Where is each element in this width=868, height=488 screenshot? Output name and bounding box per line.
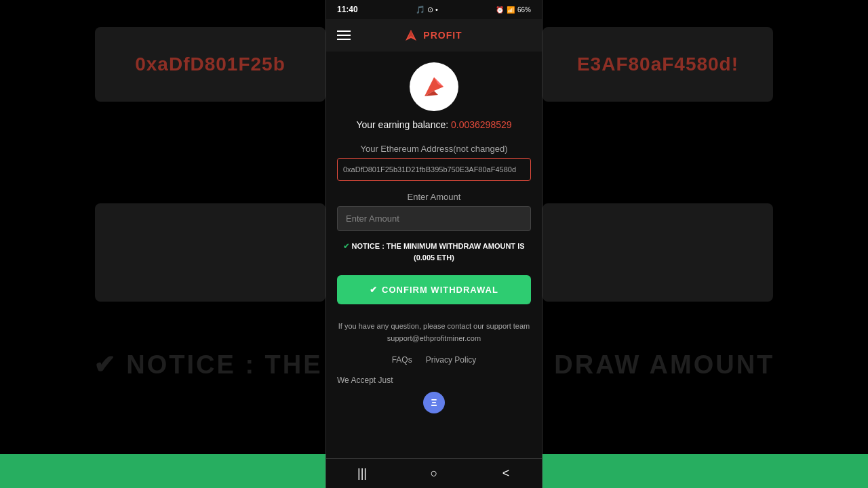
nav-bar: PROFIT bbox=[326, 19, 542, 52]
status-center-icons: 🎵 ⊙ • bbox=[416, 5, 438, 14]
logo-area: PROFIT bbox=[403, 28, 462, 42]
hamburger-line-1 bbox=[337, 30, 351, 32]
confirm-withdrawal-button[interactable]: ✔ CONFIRM WITHDRAWAL bbox=[337, 275, 531, 304]
bg-bottom-left-panel bbox=[95, 203, 326, 302]
support-text-line1: If you have any question, please contact… bbox=[338, 321, 530, 333]
hamburger-line-3 bbox=[337, 39, 351, 40]
notice-text: ✔ NOTICE : THE MINIMUM WITHDRAW AMOUNT I… bbox=[337, 241, 531, 263]
wifi-icon: 📶 bbox=[507, 6, 515, 14]
nav-menu-icon: ||| bbox=[357, 466, 367, 481]
bg-right-panel: E3AF80aF4580d! bbox=[542, 27, 773, 102]
balance-value: 0.0036298529 bbox=[451, 119, 512, 130]
nav-back-button[interactable]: < bbox=[492, 463, 519, 485]
bg-left-panel: 0xaDfD801F25b bbox=[95, 27, 326, 102]
balance-label: Your earning balance: bbox=[356, 119, 448, 130]
eth-icon: Ξ bbox=[423, 392, 445, 413]
support-text: If you have any question, please contact… bbox=[338, 321, 530, 344]
battery-text: 66% bbox=[517, 6, 531, 14]
confirm-button-label: CONFIRM WITHDRAWAL bbox=[382, 285, 498, 295]
app-logo bbox=[410, 62, 458, 111]
balance-section: Your earning balance: 0.0036298529 bbox=[356, 119, 511, 130]
eth-symbol: Ξ bbox=[431, 397, 437, 408]
nav-menu-button[interactable]: ||| bbox=[349, 463, 376, 485]
privacy-policy-link[interactable]: Privacy Policy bbox=[426, 355, 477, 365]
logo-icon bbox=[403, 28, 419, 42]
bg-left-text: 0xaDfD801F25b bbox=[135, 54, 285, 75]
paper-plane-icon bbox=[419, 72, 449, 102]
confirm-checkmark-icon: ✔ bbox=[370, 285, 378, 295]
main-content: Your earning balance: 0.0036298529 Your … bbox=[326, 52, 542, 458]
notice-content: NOTICE : THE MINIMUM WITHDRAW AMOUNT IS … bbox=[352, 242, 525, 262]
enter-amount-label: Enter Amount bbox=[337, 192, 531, 202]
status-right-icons: ⏰ 📶 66% bbox=[496, 6, 531, 14]
alarm-icon: ⏰ bbox=[496, 6, 504, 14]
faqs-link[interactable]: FAQs bbox=[392, 355, 412, 365]
hamburger-menu[interactable] bbox=[337, 30, 351, 40]
ethereum-address-input[interactable] bbox=[337, 158, 531, 181]
bg-right-text: E3AF80aF4580d! bbox=[577, 54, 738, 75]
checkmark-icon: ✔ bbox=[343, 242, 351, 250]
hamburger-line-2 bbox=[337, 35, 351, 36]
status-time: 11:40 bbox=[337, 5, 358, 14]
notification-icons: 🎵 ⊙ • bbox=[416, 5, 438, 14]
logo-text: PROFIT bbox=[423, 30, 462, 41]
ethereum-address-label: Your Ethereum Address(not changed) bbox=[337, 144, 531, 154]
nav-back-icon: < bbox=[502, 466, 510, 481]
phone-frame: 11:40 🎵 ⊙ • ⏰ 📶 66% PROFIT bbox=[326, 0, 542, 488]
status-bar: 11:40 🎵 ⊙ • ⏰ 📶 66% bbox=[326, 0, 542, 19]
nav-home-button[interactable]: ○ bbox=[420, 463, 448, 485]
support-email: support@ethprofitminer.com bbox=[338, 333, 530, 345]
amount-input[interactable] bbox=[337, 206, 531, 231]
bottom-nav: ||| ○ < bbox=[326, 458, 542, 488]
footer-links: FAQs Privacy Policy bbox=[392, 355, 477, 365]
nav-home-icon: ○ bbox=[431, 466, 438, 481]
accept-text: We Accept Just bbox=[337, 375, 393, 385]
bg-bottom-right-panel bbox=[542, 203, 773, 302]
